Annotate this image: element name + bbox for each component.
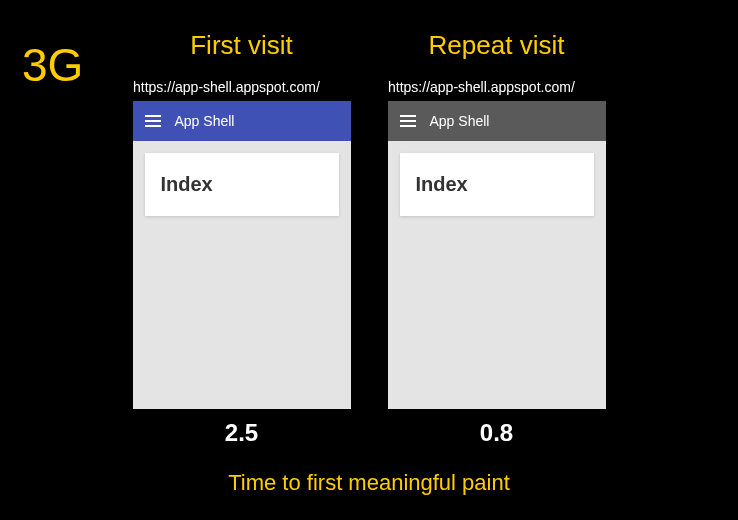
timing-value: 2.5 [225, 419, 258, 447]
repeat-visit-column: Repeat visit https://app-shell.appspot.c… [384, 30, 609, 447]
first-visit-column: First visit https://app-shell.appspot.co… [129, 30, 354, 447]
content-area: Index [133, 141, 351, 409]
hamburger-icon[interactable] [145, 115, 161, 127]
column-title: First visit [190, 30, 293, 61]
phone-mockup-first: App Shell Index [133, 101, 351, 409]
column-title: Repeat visit [429, 30, 565, 61]
url-label: https://app-shell.appspot.com/ [384, 79, 575, 95]
comparison-columns: First visit https://app-shell.appspot.co… [0, 0, 738, 447]
card-heading: Index [161, 173, 323, 196]
app-bar: App Shell [133, 101, 351, 141]
url-label: https://app-shell.appspot.com/ [129, 79, 320, 95]
phone-mockup-repeat: App Shell Index [388, 101, 606, 409]
app-title: App Shell [430, 113, 490, 129]
content-card: Index [400, 153, 594, 216]
network-badge: 3G [22, 38, 83, 92]
content-area: Index [388, 141, 606, 409]
timing-value: 0.8 [480, 419, 513, 447]
app-bar: App Shell [388, 101, 606, 141]
content-card: Index [145, 153, 339, 216]
card-heading: Index [416, 173, 578, 196]
app-title: App Shell [175, 113, 235, 129]
chart-caption: Time to first meaningful paint [0, 470, 738, 496]
hamburger-icon[interactable] [400, 115, 416, 127]
